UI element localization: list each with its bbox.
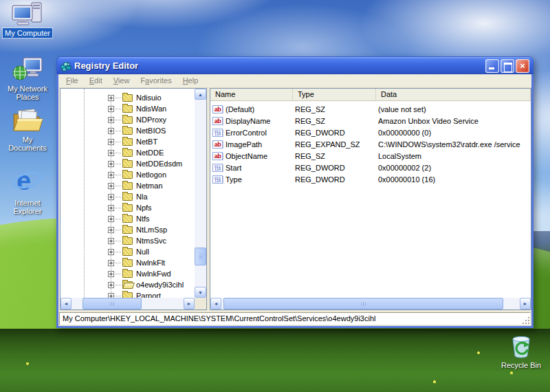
menu-item-edit[interactable]: Edit xyxy=(84,74,108,87)
my-network-places-icon xyxy=(12,55,43,83)
folder-icon xyxy=(122,105,133,113)
registry-editor-window: Registry Editor × FileEditViewFavoritesH… xyxy=(56,56,534,328)
value-type: REG_EXPAND_SZ xyxy=(293,140,376,149)
expand-plus-icon[interactable] xyxy=(108,238,114,244)
title-bar[interactable]: Registry Editor × xyxy=(56,56,534,74)
expand-plus-icon[interactable] xyxy=(108,117,114,123)
tree-item-NtLmSsp[interactable]: NtLmSsp xyxy=(60,224,195,235)
registry-value-row[interactable]: abObjectNameREG_SZLocalSystem xyxy=(210,150,531,162)
tree-item-Npfs[interactable]: Npfs xyxy=(60,202,195,213)
tree-item-label: NetBIOS xyxy=(136,125,166,136)
expand-plus-icon[interactable] xyxy=(108,249,114,255)
tree-item-label: NdisWan xyxy=(136,103,166,114)
internet-explorer-icon: e xyxy=(12,165,43,197)
list-horizontal-scrollbar[interactable]: ◄ ► xyxy=(210,298,531,309)
tree-item-Nla[interactable]: Nla xyxy=(60,191,195,202)
expand-plus-icon[interactable] xyxy=(108,260,114,266)
desktop-icon-internet-explorer[interactable]: e Internet Explorer xyxy=(1,165,54,216)
expand-plus-icon[interactable] xyxy=(108,139,114,145)
desktop-icon-label: My Computer xyxy=(3,28,52,38)
close-button[interactable]: × xyxy=(516,59,529,73)
expand-plus-icon[interactable] xyxy=(108,282,114,288)
column-header-data[interactable]: Data xyxy=(376,89,531,101)
scroll-right-icon[interactable]: ► xyxy=(520,298,531,309)
tree-item-NDProxy[interactable]: NDProxy xyxy=(60,114,195,125)
expand-plus-icon[interactable] xyxy=(108,194,114,200)
column-header-type[interactable]: Type xyxy=(293,89,376,101)
tree-item-label: Ntfs xyxy=(136,213,150,224)
tree-item-Ntfs[interactable]: Ntfs xyxy=(60,213,195,224)
tree-item-NtmsSvc[interactable]: NtmsSvc xyxy=(60,235,195,246)
tree-item-NwlnkFwd[interactable]: NwlnkFwd xyxy=(60,268,195,279)
expand-plus-icon[interactable] xyxy=(108,172,114,178)
scroll-down-icon[interactable]: ▼ xyxy=(195,287,206,298)
folder-icon xyxy=(122,237,133,245)
expand-plus-icon[interactable] xyxy=(108,95,114,101)
recycle-bin-icon xyxy=(507,333,535,359)
window-title: Registry Editor xyxy=(74,61,485,71)
menu-item-file[interactable]: File xyxy=(60,74,84,87)
folder-icon xyxy=(122,270,133,278)
registry-value-row[interactable]: 011110StartREG_DWORD0x00000002 (2) xyxy=(210,162,531,173)
expand-plus-icon[interactable] xyxy=(108,205,114,211)
tree-item-label: Ndisuio xyxy=(136,92,162,103)
tree-item-NetDDEdsdm[interactable]: NetDDEdsdm xyxy=(60,158,195,169)
registry-value-row[interactable]: abImagePathREG_EXPAND_SZC:\WINDOWS\syste… xyxy=(210,138,531,150)
registry-value-row[interactable]: 011110ErrorControlREG_DWORD0x00000000 (0… xyxy=(210,127,531,138)
desktop-icon-label: Internet Explorer xyxy=(1,198,54,216)
minimize-button[interactable] xyxy=(485,59,499,73)
desktop-icon-my-documents[interactable]: My Documents xyxy=(1,107,54,153)
resize-grip[interactable] xyxy=(522,316,530,325)
expand-plus-icon[interactable] xyxy=(108,227,114,233)
scrollbar-thumb[interactable] xyxy=(195,248,206,265)
registry-value-row[interactable]: ab(Default)REG_SZ(value not set) xyxy=(210,103,531,115)
tree-item-NetBIOS[interactable]: NetBIOS xyxy=(60,125,195,136)
my-computer-icon xyxy=(12,2,43,27)
scroll-left-icon[interactable]: ◄ xyxy=(60,298,72,309)
scroll-up-icon[interactable]: ▲ xyxy=(195,89,206,100)
registry-value-row[interactable]: abDisplayNameREG_SZAmazon Unbox Video Se… xyxy=(210,115,531,127)
tree-item-label: NetBT xyxy=(136,136,157,147)
folder-icon xyxy=(122,138,133,146)
tree-item-Netman[interactable]: Netman xyxy=(60,180,195,191)
maximize-button[interactable] xyxy=(500,59,514,73)
value-name: Type xyxy=(226,175,242,184)
registry-value-row[interactable]: 011110TypeREG_DWORD0x00000010 (16) xyxy=(210,173,531,185)
folder-icon xyxy=(122,149,133,157)
expand-plus-icon[interactable] xyxy=(108,150,114,156)
scrollbar-thumb[interactable] xyxy=(82,298,142,309)
column-header-name[interactable]: Name xyxy=(210,89,293,101)
scrollbar-thumb[interactable] xyxy=(223,298,503,309)
tree-item-NwlnkFlt[interactable]: NwlnkFlt xyxy=(60,257,195,268)
expand-plus-icon[interactable] xyxy=(108,106,114,112)
tree-item-NetDDE[interactable]: NetDDE xyxy=(60,147,195,158)
menu-item-favorites[interactable]: Favorites xyxy=(135,74,177,87)
menu-item-help[interactable]: Help xyxy=(177,74,204,87)
expand-plus-icon[interactable] xyxy=(108,293,114,298)
value-type: REG_DWORD xyxy=(293,129,376,137)
tree-horizontal-scrollbar[interactable]: ◄ ► xyxy=(60,298,195,309)
tree-item-Null[interactable]: Null xyxy=(60,246,195,257)
tree-vertical-scrollbar[interactable]: ▲ ▼ xyxy=(195,89,206,298)
expand-plus-icon[interactable] xyxy=(108,128,114,134)
tree-item-Parport[interactable]: Parport xyxy=(60,290,195,298)
value-data: Amazon Unbox Video Service xyxy=(376,117,531,125)
tree-item-NdisWan[interactable]: NdisWan xyxy=(60,103,195,114)
desktop-icon-label: Recycle Bin xyxy=(499,360,543,370)
scroll-right-icon[interactable]: ► xyxy=(184,298,195,309)
tree-item-o4ewdy9i3cihl[interactable]: o4ewdy9i3cihl xyxy=(60,279,195,290)
desktop-icon-recycle-bin[interactable]: Recycle Bin xyxy=(495,333,547,370)
menu-item-view[interactable]: View xyxy=(108,74,135,87)
tree-item-Netlogon[interactable]: Netlogon xyxy=(60,169,195,180)
expand-plus-icon[interactable] xyxy=(108,183,114,189)
value-data: 0x00000002 (2) xyxy=(376,164,531,172)
expand-plus-icon[interactable] xyxy=(108,161,114,167)
scroll-left-icon[interactable]: ◄ xyxy=(210,298,221,309)
tree-item-NetBT[interactable]: NetBT xyxy=(60,136,195,147)
desktop-icon-label: My Network Places xyxy=(1,84,54,102)
desktop-icon-my-computer[interactable]: My Computer xyxy=(1,2,54,38)
expand-plus-icon[interactable] xyxy=(108,216,114,222)
desktop-icon-my-network-places[interactable]: My Network Places xyxy=(1,55,54,102)
expand-plus-icon[interactable] xyxy=(108,271,114,277)
tree-item-Ndisuio[interactable]: Ndisuio xyxy=(60,92,195,103)
